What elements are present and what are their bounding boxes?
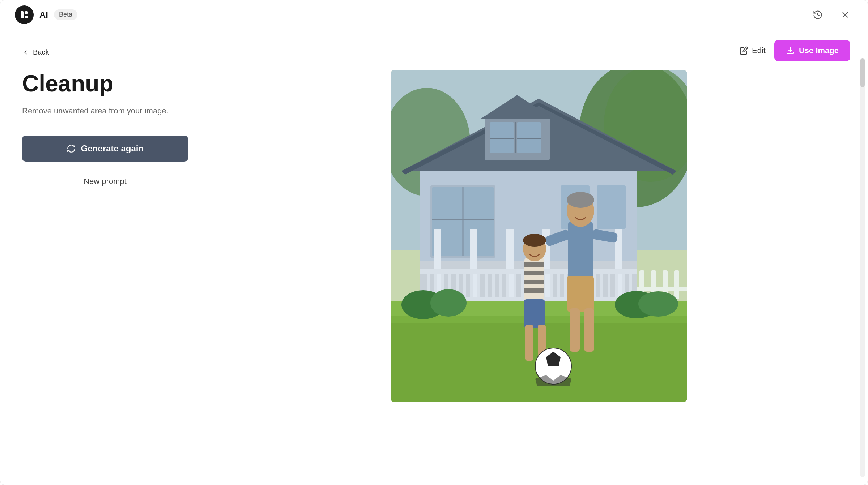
generate-again-label: Generate again <box>81 143 144 154</box>
svg-rect-0 <box>21 11 24 18</box>
svg-rect-82 <box>525 325 533 361</box>
svg-rect-1 <box>25 11 28 14</box>
svg-rect-81 <box>524 299 545 328</box>
beta-badge: Beta <box>54 9 77 20</box>
use-image-label: Use Image <box>799 46 839 55</box>
svg-point-68 <box>567 192 594 208</box>
back-button[interactable]: Back <box>22 48 188 56</box>
svg-rect-66 <box>568 222 593 279</box>
svg-rect-44 <box>499 274 502 297</box>
svg-rect-59 <box>608 274 610 297</box>
svg-rect-42 <box>485 274 488 297</box>
svg-rect-46 <box>514 274 516 297</box>
svg-rect-41 <box>477 274 480 297</box>
scrollbar-track[interactable] <box>860 58 865 477</box>
svg-rect-71 <box>584 308 594 352</box>
elementor-logo <box>15 5 34 24</box>
app-window: AI Beta <box>0 0 868 485</box>
edit-button[interactable]: Edit <box>740 46 766 55</box>
svg-rect-77 <box>524 280 544 284</box>
svg-rect-60 <box>615 274 618 297</box>
svg-rect-14 <box>490 122 514 153</box>
title-bar-right <box>810 7 853 23</box>
new-prompt-button[interactable]: New prompt <box>22 173 188 190</box>
ai-label: AI <box>39 10 48 20</box>
page-description: Remove unwanted area from your image. <box>22 105 188 117</box>
generate-again-button[interactable]: Generate again <box>22 136 188 162</box>
title-bar-left: AI Beta <box>15 5 77 24</box>
svg-rect-75 <box>524 262 544 267</box>
history-button[interactable] <box>810 7 826 23</box>
svg-rect-58 <box>600 274 603 297</box>
title-bar: AI Beta <box>0 0 868 29</box>
svg-point-80 <box>523 234 546 247</box>
image-area: Edit Use Image <box>210 29 868 485</box>
svg-rect-47 <box>521 274 524 297</box>
svg-rect-92 <box>674 270 679 299</box>
svg-rect-40 <box>470 274 473 297</box>
image-toolbar: Edit Use Image <box>227 40 850 61</box>
svg-rect-70 <box>570 308 580 352</box>
svg-rect-2 <box>25 16 28 18</box>
image-container <box>227 70 850 474</box>
svg-rect-45 <box>506 274 509 297</box>
use-image-button[interactable]: Use Image <box>774 40 850 61</box>
svg-rect-39 <box>463 274 466 297</box>
svg-point-96 <box>638 291 678 317</box>
svg-rect-69 <box>567 276 594 312</box>
svg-rect-52 <box>557 274 560 297</box>
svg-rect-53 <box>564 274 567 297</box>
scrollbar-thumb[interactable] <box>860 58 865 87</box>
svg-rect-78 <box>524 288 544 293</box>
main-content: Back Cleanup Remove unwanted area from y… <box>0 29 868 485</box>
svg-rect-15 <box>517 122 541 153</box>
back-label: Back <box>33 48 49 56</box>
edit-label: Edit <box>752 46 766 55</box>
svg-rect-24 <box>597 185 626 229</box>
svg-rect-43 <box>492 274 495 297</box>
close-button[interactable] <box>837 7 853 23</box>
new-prompt-label: New prompt <box>84 177 127 186</box>
svg-point-94 <box>430 289 467 317</box>
left-panel: Back Cleanup Remove unwanted area from y… <box>0 29 210 485</box>
svg-rect-51 <box>550 274 553 297</box>
generated-image <box>391 70 687 402</box>
svg-rect-76 <box>524 271 544 275</box>
page-title: Cleanup <box>22 71 188 96</box>
